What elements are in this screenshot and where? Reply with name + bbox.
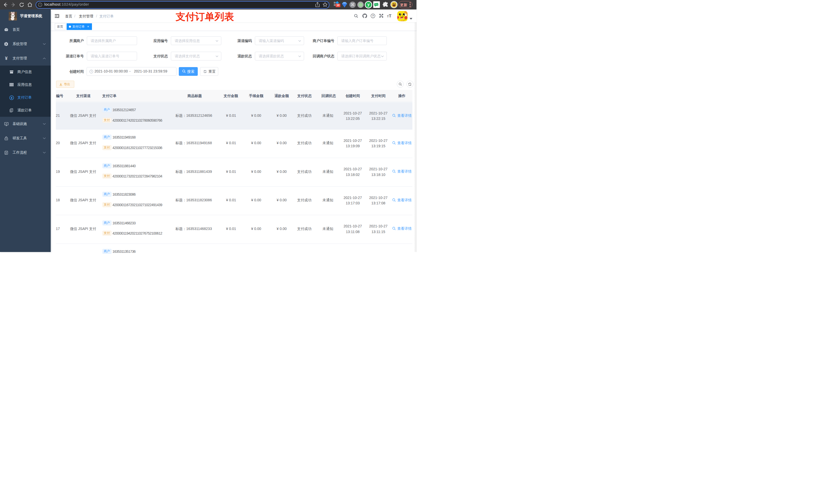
svg-text:¥: ¥ <box>11 96 13 99</box>
